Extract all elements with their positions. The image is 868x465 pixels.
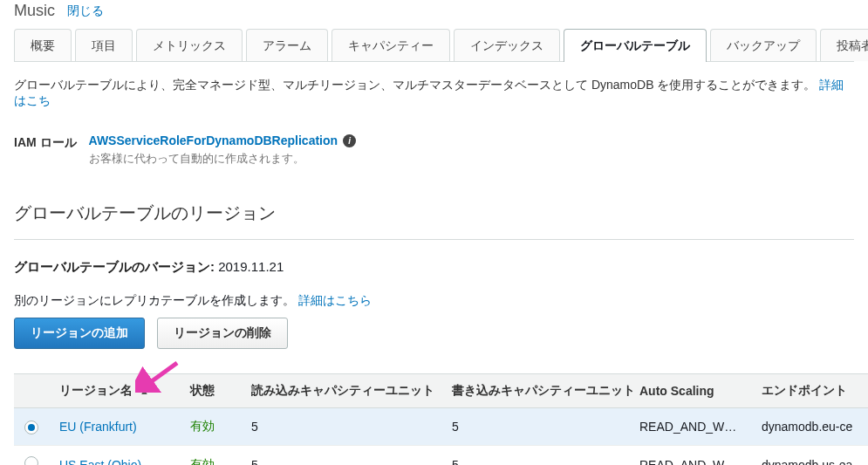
version-value: 2019.11.21 xyxy=(218,259,284,274)
table-row: EU (Frankfurt)有効55READ_AND_WRITEdynamodb… xyxy=(14,408,868,446)
info-icon[interactable]: i xyxy=(343,134,356,147)
regions-section-title: グローバルテーブルのリージョン xyxy=(14,202,854,225)
replica-learn-more-link[interactable]: 詳細はこちら xyxy=(298,293,372,307)
description-text: グローバルテーブルにより、完全マネージド型、マルチリージョン、マルチマスターデー… xyxy=(14,78,816,92)
endpoint-cell: dynamodb.eu-ce xyxy=(751,408,868,446)
delete-region-button[interactable]: リージョンの削除 xyxy=(157,318,288,349)
status-cell: 有効 xyxy=(180,446,241,466)
region-link[interactable]: US East (Ohio) xyxy=(59,458,141,466)
tab-5[interactable]: インデックス xyxy=(454,29,560,61)
tab-2[interactable]: メトリックス xyxy=(136,29,243,61)
table-row: US East (Ohio)有効55READ_AND_WRITEdynamodb… xyxy=(14,446,868,466)
breadcrumb-table-name: Music xyxy=(14,2,55,20)
write-capacity-cell: 5 xyxy=(441,408,629,446)
version-label: グローバルテーブルのバージョン: xyxy=(14,259,215,274)
col-read-capacity[interactable]: 読み込みキャパシティーユニット xyxy=(241,374,441,408)
col-status[interactable]: 状態 xyxy=(180,374,241,408)
endpoint-cell: dynamodb.us-ea xyxy=(751,446,868,466)
tab-bar: 概要項目メトリックスアラームキャパシティーインデックスグローバルテーブルバックア… xyxy=(14,29,854,62)
row-radio[interactable] xyxy=(24,456,38,465)
iam-role-subtext: お客様に代わって自動的に作成されます。 xyxy=(89,151,357,167)
auto-scaling-cell: READ_AND_WRITE xyxy=(629,408,751,446)
iam-role-link[interactable]: AWSServiceRoleForDynamoDBReplication xyxy=(89,133,338,147)
row-radio[interactable] xyxy=(24,421,38,434)
tab-3[interactable]: アラーム xyxy=(246,29,328,61)
col-write-capacity[interactable]: 書き込みキャパシティーユニット xyxy=(441,374,629,408)
col-region-label: リージョン名 xyxy=(59,383,133,397)
status-cell: 有効 xyxy=(180,408,241,446)
tab-0[interactable]: 概要 xyxy=(14,29,72,61)
write-capacity-cell: 5 xyxy=(441,446,629,466)
close-link[interactable]: 閉じる xyxy=(67,3,104,19)
read-capacity-cell: 5 xyxy=(241,446,441,466)
tab-8[interactable]: 投稿者のインサイト xyxy=(820,29,868,61)
region-link[interactable]: EU (Frankfurt) xyxy=(59,420,137,434)
col-region[interactable]: リージョン名 ▲ xyxy=(49,374,180,408)
tab-6[interactable]: グローバルテーブル xyxy=(564,29,707,62)
read-capacity-cell: 5 xyxy=(241,408,441,446)
col-auto-scaling[interactable]: Auto Scaling xyxy=(629,374,751,408)
regions-table: リージョン名 ▲ 状態 読み込みキャパシティーユニット 書き込みキャパシティーユ… xyxy=(14,373,868,465)
global-tables-description: グローバルテーブルにより、完全マネージド型、マルチリージョン、マルチマスターデー… xyxy=(14,62,854,113)
tab-7[interactable]: バックアップ xyxy=(710,29,817,61)
auto-scaling-cell: READ_AND_WRITE xyxy=(629,446,751,466)
add-region-button[interactable]: リージョンの追加 xyxy=(14,318,145,349)
tab-1[interactable]: 項目 xyxy=(75,29,133,61)
tab-4[interactable]: キャパシティー xyxy=(331,29,450,61)
replica-description: 別のリージョンにレプリカテーブルを作成します。 xyxy=(14,293,295,307)
sort-asc-icon: ▲ xyxy=(140,386,149,396)
col-endpoint[interactable]: エンドポイント xyxy=(751,374,868,408)
iam-role-label: IAM ロール xyxy=(14,133,77,167)
